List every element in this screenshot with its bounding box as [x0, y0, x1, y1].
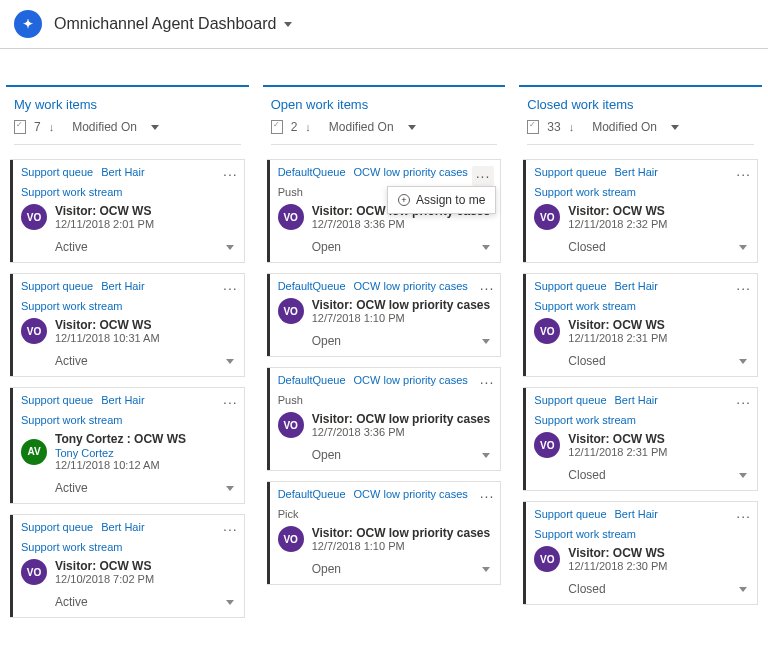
chevron-down-icon[interactable] — [226, 486, 234, 491]
columns-container: My work items7↓Modified OnSupport queueB… — [0, 85, 768, 628]
tag-link[interactable]: Support work stream — [534, 300, 635, 312]
card-body: DefaultQueueOCW low priority cases···VOV… — [270, 274, 501, 356]
chevron-down-icon[interactable] — [482, 567, 490, 572]
chevron-down-icon[interactable] — [739, 245, 747, 250]
chevron-down-icon[interactable] — [482, 339, 490, 344]
card-body: Support queueBert HairSupport work strea… — [526, 502, 757, 604]
work-item-card[interactable]: Support queueBert HairSupport work strea… — [10, 387, 245, 504]
column-count: 2 — [291, 120, 298, 134]
dashboard-title-selector[interactable]: Omnichannel Agent Dashboard — [54, 15, 292, 33]
more-button[interactable]: ··· — [223, 280, 238, 296]
more-button[interactable]: ··· — [480, 374, 495, 390]
work-item-card[interactable]: Support queueBert HairSupport work strea… — [523, 387, 758, 491]
work-item-card[interactable]: Support queueBert HairSupport work strea… — [10, 159, 245, 263]
card-status-row: Open — [278, 232, 493, 262]
card-title: Visitor: OCW WS — [568, 546, 667, 560]
tag-link[interactable]: Bert Hair — [101, 280, 144, 292]
tag-link[interactable]: Support work stream — [534, 528, 635, 540]
tag-link[interactable]: Support work stream — [21, 186, 122, 198]
tag-link[interactable]: Support work stream — [21, 541, 122, 553]
tag-link[interactable]: Bert Hair — [101, 166, 144, 178]
chevron-down-icon[interactable] — [739, 587, 747, 592]
tag-link[interactable]: Bert Hair — [101, 394, 144, 406]
card-sublink[interactable]: Tony Cortez — [55, 447, 186, 459]
work-item-card[interactable]: Support queueBert HairSupport work strea… — [10, 273, 245, 377]
more-button[interactable]: ··· — [472, 166, 495, 186]
work-item-card[interactable]: Support queueBert HairSupport work strea… — [10, 514, 245, 618]
sort-selector[interactable]: Modified On — [592, 120, 657, 134]
work-item-card[interactable]: DefaultQueueOCW low priority cases···VOV… — [267, 273, 502, 357]
more-button[interactable]: ··· — [736, 280, 751, 296]
work-item-card[interactable]: Support queueBert HairSupport work strea… — [523, 501, 758, 605]
card-status: Closed — [568, 354, 605, 368]
tag-link[interactable]: OCW low priority cases — [354, 280, 468, 292]
tag-link[interactable]: Bert Hair — [101, 521, 144, 533]
chevron-down-icon[interactable] — [482, 453, 490, 458]
card-main-row: VOVisitor: OCW WS12/11/2018 10:31 AM — [21, 318, 236, 344]
tag-link[interactable]: DefaultQueue — [278, 166, 346, 178]
tag-link[interactable]: Bert Hair — [615, 166, 658, 178]
card-date: 12/7/2018 1:10 PM — [312, 540, 491, 552]
tag-link[interactable]: Support queue — [534, 166, 606, 178]
tag-link[interactable]: DefaultQueue — [278, 374, 346, 386]
tag-link[interactable]: Bert Hair — [615, 280, 658, 292]
more-button[interactable]: ··· — [223, 166, 238, 182]
work-item-card[interactable]: DefaultQueueOCW low priority casesPush··… — [267, 159, 502, 263]
tag-link[interactable]: Bert Hair — [615, 394, 658, 406]
tag-link[interactable]: Support queue — [534, 508, 606, 520]
chevron-down-icon[interactable] — [226, 359, 234, 364]
card-status-row: Active — [21, 346, 236, 376]
work-item-card[interactable]: DefaultQueueOCW low priority casesPush··… — [267, 367, 502, 471]
card-status: Open — [312, 240, 341, 254]
assign-label: Assign to me — [416, 193, 485, 207]
tag-link[interactable]: OCW low priority cases — [354, 374, 468, 386]
tag-link[interactable]: Support queue — [534, 280, 606, 292]
more-button[interactable]: ··· — [736, 508, 751, 524]
tag-link[interactable]: DefaultQueue — [278, 280, 346, 292]
card-title: Visitor: OCW WS — [55, 318, 160, 332]
work-item-card[interactable]: Support queueBert HairSupport work strea… — [523, 273, 758, 377]
chevron-down-icon — [408, 125, 416, 130]
card-tags: Support queueBert HairSupport work strea… — [21, 280, 236, 312]
tag-link[interactable]: Support queue — [534, 394, 606, 406]
column-meta: 2↓Modified On — [271, 120, 498, 145]
arrow-down-icon: ↓ — [569, 121, 575, 133]
more-button[interactable]: ··· — [480, 280, 495, 296]
more-button[interactable]: ··· — [223, 394, 238, 410]
top-bar: ✦ Omnichannel Agent Dashboard — [0, 0, 768, 49]
card-status-row: Active — [21, 232, 236, 262]
more-button[interactable]: ··· — [223, 521, 238, 537]
tag-link[interactable]: Support work stream — [534, 186, 635, 198]
card-tags: Support queueBert HairSupport work strea… — [21, 521, 236, 553]
card-status-row: Active — [21, 473, 236, 503]
card-tags: Support queueBert HairSupport work strea… — [534, 280, 749, 312]
more-button[interactable]: ··· — [736, 394, 751, 410]
chevron-down-icon[interactable] — [739, 473, 747, 478]
card-body: Support queueBert HairSupport work strea… — [13, 274, 244, 376]
card-body: Support queueBert HairSupport work strea… — [13, 388, 244, 503]
tag-link[interactable]: Support work stream — [534, 414, 635, 426]
sort-selector[interactable]: Modified On — [72, 120, 137, 134]
chevron-down-icon[interactable] — [226, 600, 234, 605]
more-button[interactable]: ··· — [480, 488, 495, 504]
tag-link[interactable]: Support work stream — [21, 300, 122, 312]
tag-link[interactable]: Bert Hair — [615, 508, 658, 520]
tag-link[interactable]: DefaultQueue — [278, 488, 346, 500]
tag-link[interactable]: OCW low priority cases — [354, 166, 468, 178]
avatar: VO — [278, 298, 304, 324]
chevron-down-icon[interactable] — [482, 245, 490, 250]
tag-link[interactable]: Support queue — [21, 166, 93, 178]
chevron-down-icon[interactable] — [739, 359, 747, 364]
chevron-down-icon[interactable] — [226, 245, 234, 250]
work-item-card[interactable]: Support queueBert HairSupport work strea… — [523, 159, 758, 263]
card-tags: Support queueBert HairSupport work strea… — [21, 166, 236, 198]
tag-link[interactable]: Support queue — [21, 394, 93, 406]
work-item-card[interactable]: DefaultQueueOCW low priority casesPick··… — [267, 481, 502, 585]
tag-link[interactable]: Support queue — [21, 521, 93, 533]
assign-to-me-menuitem[interactable]: +Assign to me — [387, 186, 496, 214]
tag-link[interactable]: OCW low priority cases — [354, 488, 468, 500]
tag-link[interactable]: Support work stream — [21, 414, 122, 426]
tag-link[interactable]: Support queue — [21, 280, 93, 292]
more-button[interactable]: ··· — [736, 166, 751, 182]
sort-selector[interactable]: Modified On — [329, 120, 394, 134]
